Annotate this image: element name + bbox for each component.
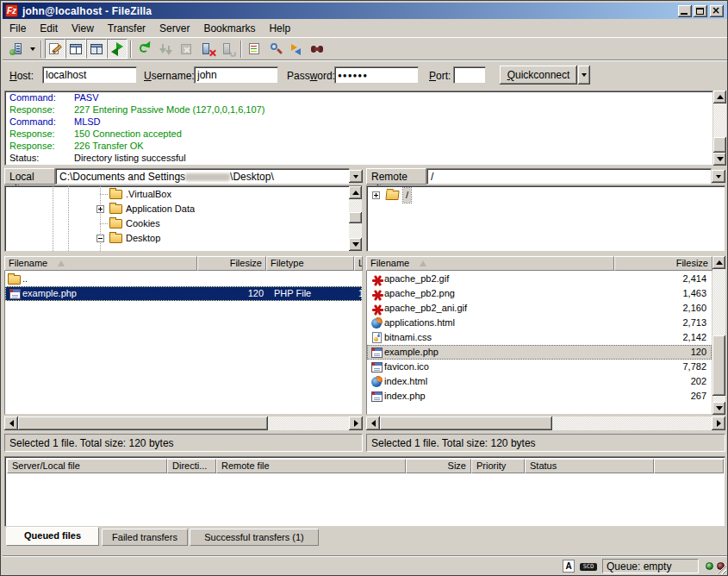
menu-server[interactable]: Server: [152, 21, 196, 36]
toolbar-separator: [240, 41, 242, 58]
minimize-button[interactable]: [678, 5, 692, 17]
local-path-combo[interactable]: C:\Documents and Settings\Desktop\: [55, 168, 350, 185]
log-line: Response:227 Entering Passive Mode (127,…: [5, 103, 712, 116]
list-item-index-php[interactable]: index.php267: [367, 389, 712, 404]
menu-file[interactable]: File: [3, 21, 33, 36]
local-column-filename[interactable]: Filename: [4, 256, 197, 271]
tab-queued-files[interactable]: Queued files: [6, 527, 99, 546]
remote-list-scroll-up-button[interactable]: [712, 256, 725, 269]
local-scroll-left-button[interactable]: [4, 416, 18, 430]
menu-help[interactable]: Help: [262, 21, 297, 36]
local-tree-scroll-up-button[interactable]: [349, 186, 362, 199]
list-item-example-php[interactable]: example.php 120 PHP File 1: [5, 286, 362, 301]
list-item-apache-pb2-gif[interactable]: apache_pb2.gif2,414: [367, 272, 712, 286]
php-file-icon: [369, 347, 383, 358]
filter-button[interactable]: [245, 39, 265, 59]
log-scroll-up-button[interactable]: [713, 91, 726, 103]
toggle-transfer-queue-button[interactable]: [107, 39, 128, 59]
menu-bookmarks[interactable]: Bookmarks: [196, 21, 262, 36]
close-button[interactable]: ×: [710, 5, 724, 17]
directory-comparison-button[interactable]: [265, 39, 286, 59]
queue-column-server-local-file[interactable]: Server/Local file: [7, 459, 167, 473]
port-input[interactable]: [453, 66, 486, 84]
open-site-manager-button[interactable]: [6, 39, 27, 59]
local-column-filesize[interactable]: Filesize: [197, 256, 266, 271]
menu-transfer[interactable]: Transfer: [101, 21, 152, 36]
local-hscrollbar-thumb[interactable]: [18, 416, 268, 430]
tree-item-virtualbox[interactable]: .VirtualBox: [5, 187, 348, 202]
remote-scroll-left-button[interactable]: [366, 416, 380, 430]
list-item-apache-pb2-ani-gif[interactable]: apache_pb2_ani.gif2,160: [367, 301, 712, 316]
list-item-example-php[interactable]: example.php120: [367, 345, 712, 360]
quickconnect-dropdown-button[interactable]: [578, 66, 590, 85]
menu-edit[interactable]: Edit: [33, 21, 65, 36]
queue-column-remote-file[interactable]: Remote file: [216, 459, 406, 473]
synchronized-browsing-button[interactable]: [286, 39, 307, 59]
queue-column-priority[interactable]: Priority: [471, 459, 525, 473]
remote-hscrollbar: [366, 416, 725, 430]
queue-column-status[interactable]: Status: [525, 459, 654, 473]
remote-scroll-right-button[interactable]: [712, 416, 725, 430]
remote-path-dropdown-button[interactable]: [712, 170, 725, 183]
username-input[interactable]: [194, 66, 278, 84]
quickconnect-bar: Host: Username: Password: Port: Quickcon…: [3, 59, 727, 89]
collapse-icon[interactable]: [96, 235, 104, 242]
host-input[interactable]: [42, 66, 137, 84]
expand-icon[interactable]: [372, 191, 380, 199]
queue-column-direction[interactable]: Directi...: [167, 459, 216, 473]
expand-icon[interactable]: [96, 205, 104, 213]
local-column-lastmodified[interactable]: L: [354, 256, 363, 271]
tree-item-root[interactable]: /: [367, 188, 723, 203]
disconnect-button[interactable]: [196, 39, 217, 59]
chevron-down-icon: [353, 175, 358, 178]
cancel-operation-button[interactable]: [176, 39, 196, 59]
maximize-button[interactable]: [694, 5, 707, 17]
tab-successful-transfers[interactable]: Successful transfers (1): [190, 529, 319, 546]
log-scroll-down-button[interactable]: [713, 153, 726, 166]
list-item-apache-pb2-png[interactable]: apache_pb2.png1,463: [367, 286, 712, 301]
local-scroll-right-button[interactable]: [349, 416, 363, 430]
list-item-bitnami-css[interactable]: bitnami.css2,142: [367, 330, 712, 345]
list-item-applications-html[interactable]: applications.html2,713: [367, 316, 712, 330]
list-item-parent-dir[interactable]: ..: [5, 272, 362, 286]
folder-icon: [109, 204, 122, 214]
username-label: Username:: [144, 70, 195, 82]
filter-icon: [248, 42, 263, 56]
tab-failed-transfers[interactable]: Failed transfers: [102, 529, 188, 546]
remote-hscrollbar-thumb[interactable]: [380, 416, 552, 430]
toggle-local-tree-button[interactable]: [65, 39, 86, 59]
remote-list-scrollbar-thumb[interactable]: [712, 335, 725, 396]
refresh-button[interactable]: [134, 39, 155, 59]
local-file-list: .. example.php 120 PHP File 1: [4, 271, 363, 415]
tree-item-application-data[interactable]: Application Data: [5, 202, 348, 216]
toggle-message-log-button[interactable]: [45, 39, 65, 59]
speed-limit-icon[interactable]: SCO: [580, 563, 597, 571]
local-path-dropdown-button[interactable]: [349, 170, 363, 183]
tree-item-cookies[interactable]: Cookies: [5, 216, 348, 231]
remote-path-combo[interactable]: /: [426, 168, 712, 185]
toggle-remote-tree-button[interactable]: [86, 39, 107, 59]
quickconnect-button[interactable]: Quickconnect: [500, 66, 577, 85]
transfer-queue: Server/Local file Directi... Remote file…: [4, 456, 725, 527]
filezilla-logo-icon[interactable]: Fz: [5, 4, 18, 17]
remote-list-scroll-down-button[interactable]: [712, 402, 725, 415]
local-tree-scroll-down-button[interactable]: [349, 238, 362, 251]
process-queue-button[interactable]: [155, 39, 176, 59]
local-column-filetype[interactable]: Filetype: [266, 256, 354, 271]
find-files-button[interactable]: [307, 39, 327, 59]
local-tree-scrollbar-thumb[interactable]: [349, 212, 362, 223]
remote-column-filename[interactable]: Filename: [366, 256, 614, 271]
site-manager-dropdown-button[interactable]: [27, 39, 38, 59]
password-input[interactable]: [334, 66, 419, 84]
tree-item-desktop[interactable]: Desktop: [5, 231, 348, 246]
list-item-favicon-ico[interactable]: favicon.ico7,782: [367, 360, 712, 374]
reconnect-button[interactable]: [217, 39, 238, 59]
menu-view[interactable]: View: [65, 21, 101, 36]
list-item-index-html[interactable]: index.html202: [367, 374, 712, 389]
filezilla-window: Fz john@localhost - FileZilla × File Edi…: [0, 0, 728, 576]
queue-column-size[interactable]: Size: [406, 459, 471, 473]
log-scrollbar-thumb[interactable]: [713, 137, 726, 153]
data-type-indicator-icon[interactable]: A: [563, 560, 575, 573]
remote-column-filesize[interactable]: Filesize: [614, 256, 712, 271]
log-line: Command:MLSD: [5, 116, 712, 128]
